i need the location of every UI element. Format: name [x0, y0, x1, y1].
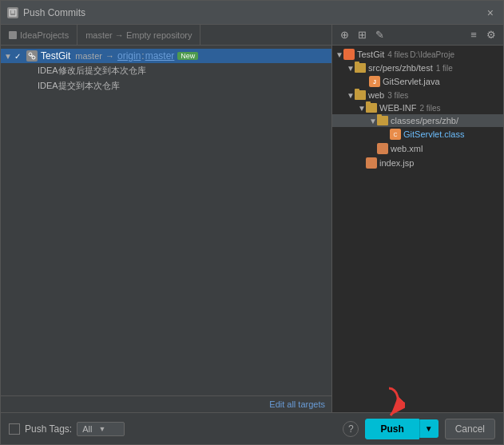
origin-link[interactable]: origin	[117, 50, 141, 62]
rtree-arrow-testgit: ▼	[335, 50, 343, 59]
rtree-testgit-label: TestGit	[357, 50, 384, 59]
push-commits-dialog: Push Commits × IdeaProjects master → Emp…	[0, 0, 504, 445]
rtree-web-meta: 3 files	[387, 91, 408, 100]
commit1-label: IDEA修改后提交到本次仓库	[38, 65, 146, 77]
rtree-arrow-src: ▼	[347, 64, 355, 73]
rtree-arrow-classes: ▼	[369, 117, 377, 125]
rtree-src-label: src/pers/zhb/test	[368, 63, 433, 73]
rtree-web[interactable]: ▼ web 3 files	[332, 89, 503, 101]
rtree-gitservlet-class-label: GitServlet.class	[403, 129, 464, 139]
right-panel: ⊕ ⊞ ✎ ≡ ⚙ ▼ TestGit 4 files D:\IdeaProje	[332, 25, 503, 412]
rtree-gitservlet-java[interactable]: J GitServlet.java	[332, 74, 503, 89]
all-option-label: All	[82, 424, 92, 434]
svg-point-4	[32, 56, 35, 59]
master-link[interactable]: master	[145, 50, 175, 62]
classes-folder-icon	[377, 116, 388, 125]
dropdown-arrow-icon: ▼	[98, 425, 105, 433]
cancel-button[interactable]: Cancel	[445, 419, 495, 439]
class-file-icon: C	[390, 129, 401, 140]
right-tree: ▼ TestGit 4 files D:\IdeaProje ▼ src/per…	[332, 46, 503, 412]
testgit-repo-icon	[26, 50, 38, 62]
push-tags-area: Push Tags: All ▼	[9, 422, 125, 436]
tree-expand-arrow: ▼	[4, 52, 12, 61]
title-bar: Push Commits ×	[1, 1, 503, 25]
commit2-row[interactable]: IDEA提交到本次仓库	[1, 78, 331, 93]
rtree-gitservlet-java-label: GitServlet.java	[383, 77, 440, 86]
master-branch-tab: master → Empty repository	[77, 25, 200, 45]
grid-toolbar-btn[interactable]: ⊞	[355, 28, 369, 42]
toolbar-right: ≡ ⚙	[466, 28, 498, 42]
dialog-title: Push Commits	[23, 7, 85, 18]
rtree-webinf[interactable]: ▼ WEB-INF 2 files	[332, 101, 503, 114]
arrow-indicator	[373, 385, 405, 423]
master-from: master	[75, 51, 102, 61]
rtree-src[interactable]: ▼ src/pers/zhb/test 1 file	[332, 62, 503, 74]
testgit-checkbox[interactable]: ✓	[12, 50, 23, 62]
idea-projects-label: IdeaProjects	[20, 30, 69, 40]
rtree-arrow-webinf: ▼	[358, 104, 366, 113]
rtree-testgit[interactable]: ▼ TestGit 4 files D:\IdeaProje	[332, 47, 503, 62]
rtree-webxml[interactable]: web.xml	[332, 141, 503, 156]
close-button[interactable]: ×	[484, 6, 497, 20]
commit1-row[interactable]: IDEA修改后提交到本次仓库	[1, 63, 331, 78]
settings-toolbar-btn[interactable]: ⚙	[484, 28, 498, 42]
bottom-right: ? Push ▼	[343, 419, 495, 439]
push-tags-checkbox[interactable]	[9, 423, 20, 435]
rtree-indexjsp[interactable]: index.jsp	[332, 156, 503, 170]
folder-tab-icon	[9, 31, 17, 39]
jsp-file-icon	[366, 157, 377, 169]
push-dropdown-button[interactable]: ▼	[419, 419, 439, 438]
toolbar-left: ⊕ ⊞ ✎	[337, 28, 387, 42]
xml-file-icon	[377, 143, 388, 154]
testgit-label: TestGit	[41, 50, 70, 62]
edit-toolbar-btn[interactable]: ✎	[372, 28, 387, 42]
edit-all-targets[interactable]: Edit all targets	[1, 395, 331, 412]
rtree-webxml-label: web.xml	[391, 144, 423, 153]
rtree-webinf-meta: 2 files	[419, 104, 440, 113]
list-toolbar-btn[interactable]: ≡	[466, 28, 481, 42]
add-toolbar-btn[interactable]: ⊕	[337, 28, 351, 42]
push-area: Push ▼	[365, 419, 438, 439]
web-folder-icon	[355, 90, 366, 100]
left-panel: IdeaProjects master → Empty repository ▼…	[1, 25, 332, 412]
rtree-classes[interactable]: ▼ classes/pers/zhb/	[332, 114, 503, 127]
rtree-src-meta: 1 file	[436, 64, 453, 73]
new-badge: New	[177, 52, 198, 60]
main-content: IdeaProjects master → Empty repository ▼…	[1, 25, 503, 412]
rtree-classes-label: classes/pers/zhb/	[391, 116, 458, 125]
idea-projects-tab: IdeaProjects	[1, 25, 77, 45]
branch-colon: :	[141, 50, 144, 62]
webinf-folder-icon	[366, 103, 377, 113]
testgit-row[interactable]: ▼ ✓ TestGit master → origin : master	[1, 49, 331, 63]
help-button[interactable]: ?	[343, 421, 359, 437]
rtree-testgit-meta: 4 files	[387, 50, 408, 59]
java-file-icon: J	[369, 76, 380, 87]
rtree-arrow-web: ▼	[347, 91, 355, 100]
left-header: IdeaProjects master → Empty repository	[1, 25, 331, 46]
rtree-gitservlet-class[interactable]: C GitServlet.class	[332, 127, 503, 141]
rtree-indexjsp-label: index.jsp	[379, 158, 414, 168]
rtree-web-label: web	[368, 90, 384, 100]
git-repo-icon	[343, 49, 355, 60]
src-folder-icon	[355, 63, 366, 73]
branch-arrow: →	[105, 51, 114, 61]
commit2-label: IDEA提交到本次仓库	[38, 80, 120, 92]
svg-point-3	[29, 53, 32, 56]
left-tree: ▼ ✓ TestGit master → origin : master	[1, 46, 331, 395]
bottom-bar: Push Tags: All ▼ ?	[1, 412, 503, 444]
rtree-testgit-path: D:\IdeaProje	[410, 50, 454, 59]
title-bar-left: Push Commits	[7, 7, 85, 18]
push-tags-label: Push Tags:	[25, 423, 72, 435]
right-toolbar: ⊕ ⊞ ✎ ≡ ⚙	[332, 25, 503, 46]
rtree-webinf-label: WEB-INF	[379, 103, 416, 113]
push-dialog-icon	[7, 7, 18, 18]
push-tags-dropdown[interactable]: All ▼	[77, 422, 125, 436]
master-empty-label: master → Empty repository	[85, 30, 192, 40]
